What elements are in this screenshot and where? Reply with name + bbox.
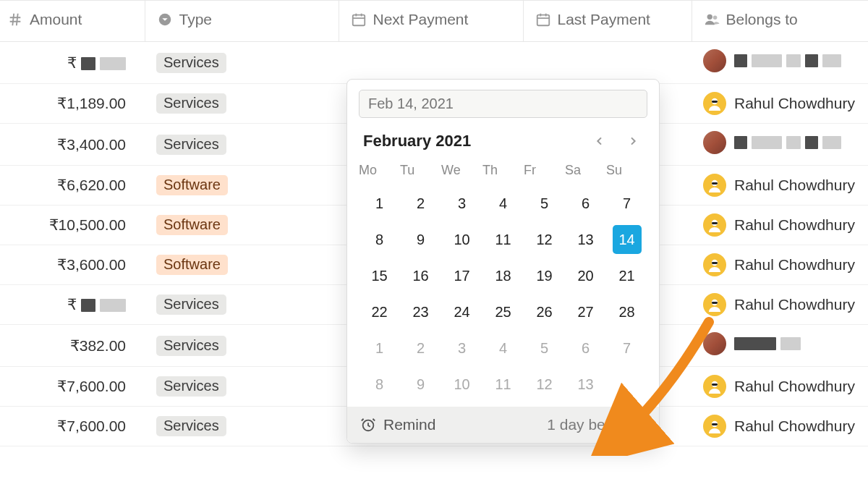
user-name: Rahul Chowdhury xyxy=(734,418,855,435)
calendar-day[interactable]: 5 xyxy=(524,330,565,366)
calendar-day[interactable]: 25 xyxy=(482,294,524,330)
avatar xyxy=(703,92,726,115)
calendar-day[interactable]: 17 xyxy=(441,258,482,294)
user-chip[interactable]: Rahul Chowdhury xyxy=(703,213,855,237)
calendar-day[interactable]: 12 xyxy=(524,366,565,402)
calendar-day[interactable]: 4 xyxy=(482,330,524,366)
user-chip[interactable]: Rahul Chowdhury xyxy=(703,375,855,398)
user-chip[interactable]: Rahul Chowdhury xyxy=(703,293,855,316)
user-chip[interactable]: Rahul Chowdhury xyxy=(703,92,855,115)
type-tag[interactable]: Software xyxy=(156,255,228,275)
remind-dropdown[interactable]: 1 day before xyxy=(547,416,646,433)
calendar-day[interactable]: 5 xyxy=(524,185,565,221)
avatar xyxy=(703,49,726,72)
avatar xyxy=(703,332,726,355)
calendar-day[interactable]: 2 xyxy=(400,330,441,366)
col-belongs-to[interactable]: Belongs to xyxy=(692,1,868,42)
calendar-day[interactable]: 19 xyxy=(524,258,565,294)
calendar-day[interactable]: 2 xyxy=(400,185,441,221)
calendar-day[interactable]: 8 xyxy=(359,221,400,258)
amount-value: ₹382.00 xyxy=(70,337,126,354)
calendar-day[interactable]: 9 xyxy=(400,221,441,258)
amount-value: ₹ xyxy=(67,296,77,313)
col-type[interactable]: Type xyxy=(145,1,339,42)
calendar-day[interactable]: 3 xyxy=(441,330,482,366)
hash-icon xyxy=(7,12,23,27)
avatar xyxy=(703,213,726,237)
prev-month-button[interactable] xyxy=(590,131,610,151)
masked-text xyxy=(734,337,801,350)
calendar-day[interactable]: 6 xyxy=(565,185,606,221)
type-tag[interactable]: Services xyxy=(156,416,226,436)
calendar-day[interactable]: 8 xyxy=(359,366,400,402)
col-amount[interactable]: Amount xyxy=(0,1,145,42)
table-row[interactable]: ₹ Services xyxy=(0,42,868,84)
calendar-day[interactable]: 7 xyxy=(606,185,647,221)
calendar-day[interactable]: 3 xyxy=(441,185,482,221)
calendar-day[interactable]: 28 xyxy=(606,294,647,330)
calendar-icon xyxy=(351,12,367,27)
user-chip[interactable] xyxy=(703,131,841,154)
col-lastpay-label: Last Payment xyxy=(558,11,650,28)
user-name: Rahul Chowdhury xyxy=(734,256,855,274)
calendar-day[interactable]: 13 xyxy=(565,221,606,258)
svg-rect-14 xyxy=(712,302,718,304)
chevron-right-icon xyxy=(627,135,639,147)
user-chip[interactable]: Rahul Chowdhury xyxy=(703,253,855,276)
month-title: February 2021 xyxy=(363,132,471,151)
calendar-day[interactable]: 26 xyxy=(524,294,565,330)
calendar-day[interactable]: 24 xyxy=(441,294,482,330)
col-last-payment[interactable]: Last Payment xyxy=(523,1,692,42)
calendar-day[interactable]: 9 xyxy=(400,366,441,402)
calendar-day[interactable]: 16 xyxy=(400,258,441,294)
calendar-day[interactable]: 15 xyxy=(359,258,400,294)
col-next-payment[interactable]: Next Payment xyxy=(339,1,523,42)
svg-rect-12 xyxy=(712,262,718,264)
type-tag[interactable]: Services xyxy=(156,135,226,155)
calendar-day[interactable]: 11 xyxy=(482,366,524,402)
amount-value: ₹7,600.00 xyxy=(57,418,126,434)
calendar-day[interactable]: 21 xyxy=(606,258,647,294)
svg-point-4 xyxy=(712,16,717,20)
calendar-day[interactable]: 1 xyxy=(359,330,400,366)
calendar-day[interactable]: 22 xyxy=(359,294,400,330)
calendar-day[interactable]: 27 xyxy=(565,294,606,330)
type-tag[interactable]: Software xyxy=(156,215,228,235)
avatar xyxy=(703,174,726,197)
calendar-day[interactable]: 14 xyxy=(606,221,647,258)
user-chip[interactable] xyxy=(703,332,801,355)
user-name: Rahul Chowdhury xyxy=(734,177,855,194)
type-tag[interactable]: Software xyxy=(156,175,228,195)
type-tag[interactable]: Services xyxy=(156,53,226,73)
calendar-day[interactable]: 12 xyxy=(524,221,565,258)
calendar-day[interactable]: 23 xyxy=(400,294,441,330)
type-tag[interactable]: Services xyxy=(156,376,226,397)
chevron-down-icon xyxy=(636,420,646,430)
calendar-day[interactable]: 6 xyxy=(565,330,606,366)
next-month-button[interactable] xyxy=(623,131,643,151)
type-tag[interactable]: Services xyxy=(156,295,226,315)
calendar-day[interactable]: 10 xyxy=(441,366,482,402)
calendar-day xyxy=(606,366,647,402)
calendar-day[interactable]: 18 xyxy=(482,258,524,294)
type-tag[interactable]: Services xyxy=(156,336,226,356)
calendar-day[interactable]: 13 xyxy=(565,366,606,402)
user-chip[interactable] xyxy=(703,49,841,72)
svg-rect-1 xyxy=(352,15,365,26)
amount-value: ₹1,189.00 xyxy=(57,95,126,111)
avatar xyxy=(703,131,726,154)
avatar xyxy=(703,375,726,398)
calendar-day[interactable]: 10 xyxy=(441,221,482,258)
calendar-day[interactable]: 20 xyxy=(565,258,606,294)
type-tag[interactable]: Services xyxy=(156,93,226,114)
calendar-day[interactable]: 7 xyxy=(606,330,647,366)
calendar-day[interactable]: 4 xyxy=(482,185,524,221)
user-chip[interactable]: Rahul Chowdhury xyxy=(703,415,855,438)
calendar-day[interactable]: 11 xyxy=(482,221,524,258)
date-input[interactable] xyxy=(359,90,647,118)
user-chip[interactable]: Rahul Chowdhury xyxy=(703,174,855,197)
calendar-day[interactable]: 1 xyxy=(359,185,400,221)
masked-text xyxy=(81,57,126,70)
weekday-label: Tu xyxy=(400,158,441,185)
user-name: Rahul Chowdhury xyxy=(734,378,855,395)
